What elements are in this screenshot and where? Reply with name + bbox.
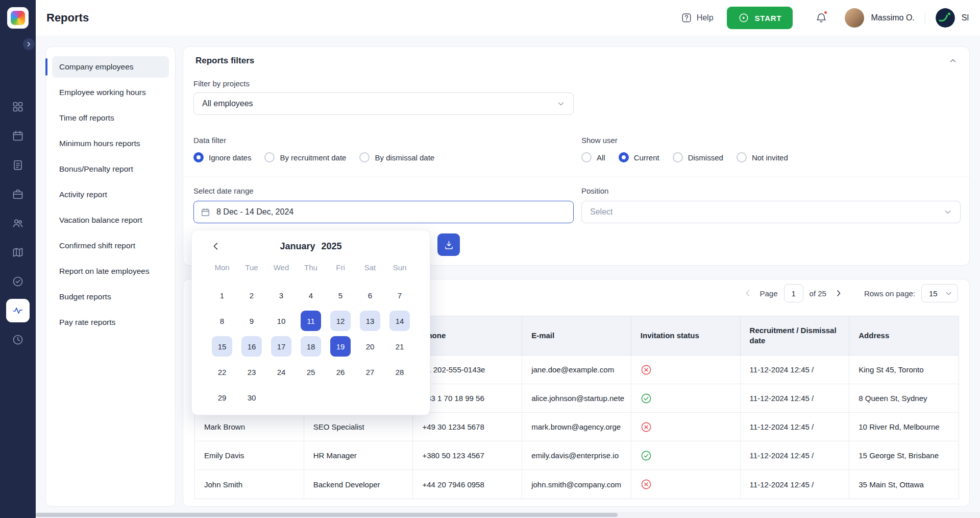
history-clock-icon[interactable] — [0, 325, 36, 354]
invited-check-icon — [641, 393, 652, 404]
calendar-day-18[interactable]: 18 — [301, 336, 321, 357]
weekday-label: Tue — [245, 263, 258, 272]
sidebar-item-confirmed-shift-report[interactable]: Confirmed shift report — [52, 235, 169, 256]
sidebar-item-minimum-hours-reports[interactable]: Minimum hours reports — [52, 133, 169, 154]
table-row[interactable]: John SmithBackend Developer+44 20 7946 0… — [195, 470, 959, 499]
date-range-input[interactable]: 8 Dec - 14 Dec, 2024 — [193, 201, 574, 223]
user-name[interactable]: Massimo O. — [871, 13, 914, 22]
calendar-day-10[interactable]: 10 — [271, 311, 291, 331]
start-button[interactable]: START — [727, 7, 793, 29]
rows-per-page-select[interactable]: 15 — [921, 284, 958, 302]
calendar-day-25[interactable]: 25 — [301, 362, 321, 382]
sidebar-item-time-off-reports[interactable]: Time off reports — [52, 107, 169, 129]
chevron-right-icon — [834, 289, 843, 298]
calendar-day-12[interactable]: 12 — [330, 311, 351, 331]
workspace-avatar[interactable] — [936, 8, 955, 28]
clock-check-icon[interactable] — [0, 267, 36, 296]
header-divider — [925, 11, 925, 25]
calendar-day-27[interactable]: 27 — [360, 362, 380, 382]
calendar-day-21[interactable]: 21 — [389, 336, 410, 357]
help-button[interactable]: Help — [681, 12, 714, 23]
workspace-logo-icon — [936, 8, 955, 28]
calendar-day-9[interactable]: 9 — [241, 311, 262, 331]
projects-filter-value: All employees — [202, 99, 253, 108]
rows-per-page-label: Rows on page: — [864, 289, 915, 298]
page-next-button[interactable] — [832, 287, 845, 299]
reports-chart-icon[interactable] — [0, 296, 36, 325]
radio-show-user-current[interactable]: Current — [619, 152, 659, 162]
cell-address: 15 George St, Brisbane — [849, 441, 959, 470]
radio-data-filter-ignore-dates[interactable]: Ignore dates — [193, 152, 251, 162]
calendar-prev-button[interactable] — [208, 239, 224, 254]
user-avatar[interactable] — [845, 8, 864, 28]
calendar-day-4[interactable]: 4 — [301, 285, 321, 305]
weekday-label: Sat — [364, 263, 376, 272]
calendar-day-24[interactable]: 24 — [271, 362, 291, 382]
sidebar-item-pay-rate-reports[interactable]: Pay rate reports — [52, 312, 169, 333]
calendar-day-26[interactable]: 26 — [330, 362, 351, 382]
horizontal-scrollbar-thumb[interactable] — [36, 513, 618, 517]
calendar-day-8[interactable]: 8 — [212, 311, 232, 331]
download-icon — [444, 240, 454, 250]
sidebar-item-activity-report[interactable]: Activity report — [52, 184, 169, 205]
cell-phone: +49 30 1234 5678 — [413, 413, 522, 441]
radio-data-filter-by-recruitment-date[interactable]: By recruitment date — [264, 152, 346, 162]
radio-data-filter-by-dismissal-date[interactable]: By dismissal date — [359, 152, 434, 162]
calendar-day-29[interactable]: 29 — [212, 387, 232, 408]
calendar-day-28[interactable]: 28 — [389, 362, 410, 382]
radio-show-user-not-invited[interactable]: Not invited — [737, 152, 788, 162]
calendar-day-14[interactable]: 14 — [389, 311, 410, 331]
expand-sidebar-button[interactable] — [23, 38, 35, 50]
radio-show-user-dismissed[interactable]: Dismissed — [673, 152, 723, 162]
calendar-day-5[interactable]: 5 — [330, 285, 351, 305]
table-row[interactable]: Mark BrownSEO Specialist+49 30 1234 5678… — [195, 413, 959, 441]
calendar-day-11[interactable]: 11 — [301, 311, 321, 331]
notifications-button[interactable] — [815, 12, 827, 24]
collapse-filters-button[interactable] — [949, 57, 957, 65]
not-invited-x-icon — [641, 479, 652, 490]
sidebar-item-budget-reports[interactable]: Budget reports — [52, 286, 169, 308]
map-icon[interactable] — [0, 238, 36, 267]
calendar-day-30[interactable]: 30 — [241, 387, 262, 408]
sidebar-item-company-employees[interactable]: Company employees — [52, 56, 169, 78]
calendar-day-17[interactable]: 17 — [271, 336, 291, 357]
app-logo-icon[interactable] — [7, 7, 29, 29]
briefcase-icon[interactable] — [0, 179, 36, 208]
download-report-button[interactable] — [437, 233, 460, 256]
users-icon[interactable] — [0, 208, 36, 238]
workspace-name[interactable]: Sl — [962, 13, 969, 22]
notes-icon[interactable] — [0, 150, 36, 179]
sidebar-item-report-on-late-employees[interactable]: Report on late employees — [52, 261, 169, 282]
sidebar-item-vacation-balance-report[interactable]: Vacation balance report — [52, 209, 169, 231]
calendar-day-20[interactable]: 20 — [360, 336, 380, 357]
calendar-day-1[interactable]: 1 — [212, 285, 232, 305]
calendar-day-22[interactable]: 22 — [212, 362, 232, 382]
weekday-label: Thu — [304, 263, 317, 272]
calendar-day-7[interactable]: 7 — [389, 285, 410, 305]
sidebar-item-bonus-penalty-report[interactable]: Bonus/Penalty report — [52, 158, 169, 180]
calendar-day-3[interactable]: 3 — [271, 285, 291, 305]
filters-title: Reports filters — [195, 56, 254, 66]
calendar-icon[interactable] — [0, 121, 36, 150]
calendar-day-19[interactable]: 19 — [330, 336, 351, 357]
calendar-day-16[interactable]: 16 — [241, 336, 262, 357]
position-select[interactable]: Select — [581, 201, 961, 223]
calendar-day-grid: 1234567891011121314151617181920212223242… — [207, 282, 414, 410]
horizontal-scrollbar-track — [36, 512, 980, 518]
cell-address: 8 Queen St, Sydney — [849, 384, 959, 413]
calendar-day-23[interactable]: 23 — [241, 362, 262, 382]
cell-name: John Smith — [195, 470, 304, 499]
sidebar-item-employee-working-hours[interactable]: Employee working hours — [52, 82, 169, 103]
calendar-day-6[interactable]: 6 — [360, 285, 380, 305]
projects-filter-select[interactable]: All employees — [193, 92, 574, 115]
calendar-day-2[interactable]: 2 — [241, 285, 262, 305]
table-row[interactable]: Emily DavisHR Manager+380 50 123 4567emi… — [195, 441, 959, 470]
calendar-day-15[interactable]: 15 — [212, 336, 232, 357]
cell-name: Emily Davis — [195, 441, 304, 470]
calendar-day-13[interactable]: 13 — [360, 311, 380, 331]
reports-menu-list: Company employeesEmployee working hoursT… — [52, 56, 169, 333]
apps-grid-icon[interactable] — [0, 92, 36, 121]
page-number-input[interactable] — [784, 284, 803, 302]
radio-show-user-all[interactable]: All — [581, 152, 605, 162]
page-prev-button[interactable] — [742, 287, 754, 299]
